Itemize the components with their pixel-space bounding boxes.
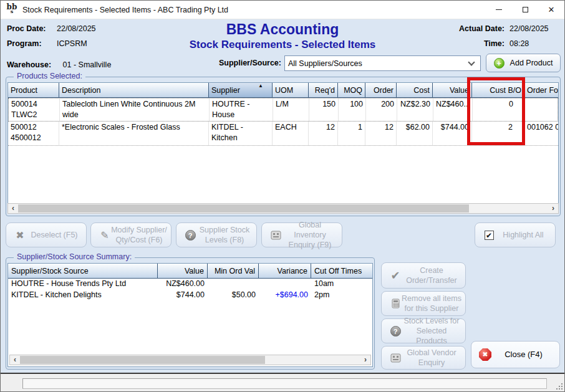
cell-order-for: [525, 98, 559, 121]
cell-supplier-source: KITDEL - Kitchen Delights: [8, 290, 158, 301]
table-row[interactable]: 500012 4500012 *Electronic Scales - Fros…: [8, 122, 558, 146]
chevron-down-icon: [468, 59, 475, 65]
time-label: Time:: [459, 39, 505, 48]
supplier-summary-label: Supplier/Stock Source Summary:: [14, 252, 135, 261]
col-order[interactable]: Order: [365, 83, 397, 98]
cell-cut-off: 10am: [311, 279, 373, 290]
cell-cut-off: 2pm: [311, 290, 373, 301]
supplier-source-label: Supplier/Source:: [213, 59, 281, 67]
col-product[interactable]: Product: [8, 83, 59, 98]
cell-order: 200: [366, 98, 397, 121]
col-value[interactable]: Value: [433, 83, 472, 98]
maximize-icon: [523, 7, 528, 12]
scroll-right-icon[interactable]: ›: [548, 204, 558, 213]
cell-product: 500014 TLWC2: [9, 98, 60, 121]
checkbox-checked-icon: ✔: [485, 231, 494, 240]
products-table[interactable]: Product Description Supplier▲ UOM Req'd …: [7, 82, 559, 204]
close-window-button[interactable]: ✕: [538, 1, 564, 19]
cell-description: Tablecloth Linen White Continuous 2M wid…: [60, 98, 210, 121]
summary-row[interactable]: HOUTRE - House Trends Pty Ltd NZ$460.00 …: [8, 279, 372, 290]
summary-hscrollbar[interactable]: ‹ ›: [9, 355, 371, 365]
warehouse-label: Warehouse:: [7, 60, 51, 69]
scroll-left-icon[interactable]: ‹: [10, 355, 20, 365]
minimize-button[interactable]: [486, 1, 512, 19]
table-row[interactable]: 500014 TLWC2 Tablecloth Linen White Cont…: [8, 98, 558, 122]
cell-value: NZ$460...: [433, 98, 473, 121]
col-min-ord-val[interactable]: Min Ord Val: [208, 264, 259, 279]
close-icon: ✕: [548, 5, 555, 14]
summary-table[interactable]: Supplier/Stock Source Value Min Ord Val …: [7, 263, 373, 367]
app-window: bbs Stock Requirements - Selected Items …: [0, 0, 565, 392]
cell-sum-value: $744.00: [158, 290, 208, 301]
sort-ascending-icon: ▲: [258, 83, 263, 88]
col-cost[interactable]: Cost: [397, 83, 433, 98]
col-variance[interactable]: Variance: [259, 264, 311, 279]
global-vendor-enquiry-button[interactable]: Global Vendor Enquiry: [381, 346, 466, 370]
resize-grip[interactable]: [556, 383, 563, 390]
cell-reqd: 150: [309, 98, 339, 121]
stock-levels-selected-button[interactable]: ? Stock Levels for Selected Products: [381, 318, 466, 343]
question-icon: ?: [390, 326, 401, 337]
cell-supplier-source: HOUTRE - House Trends Pty Ltd: [8, 279, 158, 290]
cell-value: $744.00: [433, 122, 472, 145]
actual-date-value: 22/08/2025: [509, 24, 558, 33]
products-hscrollbar[interactable]: ‹ ›: [7, 203, 559, 214]
cell-min-ord-val: [208, 279, 259, 290]
summary-row[interactable]: KITDEL - Kitchen Delights $744.00 $50.00…: [8, 290, 372, 301]
summary-table-header: Supplier/Stock Source Value Min Ord Val …: [8, 264, 372, 279]
maximize-button[interactable]: [512, 1, 538, 19]
status-field: [22, 378, 547, 389]
supplier-source-select[interactable]: All Suppliers/Sources: [284, 55, 481, 71]
actual-date-label: Actual Date:: [459, 24, 505, 33]
cell-cust-bo: 2: [472, 122, 524, 145]
calculator-icon: [389, 299, 402, 308]
cell-sum-value: NZ$460.00: [158, 279, 208, 290]
close-button[interactable]: ✖ Close (F4): [471, 341, 560, 368]
status-bar: [1, 373, 564, 391]
col-cut-off-times[interactable]: Cut Off Times: [311, 264, 373, 279]
cell-variance: +$694.00: [259, 290, 311, 301]
add-product-button[interactable]: + Add Product: [486, 54, 561, 72]
create-order-transfer-button[interactable]: ✔ Create Order/Transfer: [381, 262, 466, 289]
cell-uom: EACH: [273, 122, 309, 145]
col-reqd[interactable]: Req'd: [309, 83, 338, 98]
cell-supplier: HOUTRE - House Trends Pty Ltd: [210, 98, 273, 121]
remove-all-items-button[interactable]: Remove all items for this Supplier: [381, 291, 466, 316]
warehouse-value: 01 - Smallville: [63, 60, 112, 69]
register-icon: [269, 231, 282, 240]
question-icon: ?: [185, 230, 196, 241]
cell-order-for: 001062 001: [524, 122, 559, 145]
check-icon: ✔: [389, 269, 402, 282]
proc-date-label: Proc Date:: [7, 24, 52, 33]
cell-order: 12: [365, 122, 397, 145]
col-moq[interactable]: MOQ: [338, 83, 365, 98]
col-order-for[interactable]: Order For: [524, 83, 559, 98]
cell-moq: 1: [338, 122, 365, 145]
col-cust-bo[interactable]: Cust B/O: [472, 83, 524, 98]
col-supplier-source[interactable]: Supplier/Stock Source: [8, 264, 158, 279]
scroll-right-icon[interactable]: ›: [360, 355, 370, 365]
products-table-header: Product Description Supplier▲ UOM Req'd …: [8, 83, 558, 98]
col-sum-value[interactable]: Value: [158, 264, 208, 279]
add-product-label: Add Product: [510, 59, 553, 67]
scrollbar-thumb[interactable]: [18, 204, 469, 213]
proc-date-value: 22/08/2025: [57, 24, 96, 33]
cell-cost: $62.00: [397, 122, 433, 145]
col-supplier[interactable]: Supplier▲: [209, 83, 273, 98]
global-inventory-enquiry-button[interactable]: Global Inventory Enquiry (F9): [261, 222, 342, 247]
supplier-stock-levels-button[interactable]: ? Supplier Stock Levels (F8): [176, 222, 257, 247]
deselect-button[interactable]: ✖ Deselect (F5): [6, 222, 87, 247]
modify-supplier-button[interactable]: ✎ Modify Supplier/ Qty/Cost (F6): [90, 222, 171, 247]
program-label: Program:: [7, 39, 52, 48]
cell-variance: [259, 279, 311, 290]
scroll-left-icon[interactable]: ‹: [8, 204, 18, 213]
titlebar: bbs Stock Requirements - Selected Items …: [1, 1, 564, 19]
highlight-all-toggle[interactable]: ✔ Highlight All: [475, 222, 556, 247]
col-uom[interactable]: UOM: [273, 83, 309, 98]
scrollbar-thumb[interactable]: [20, 356, 265, 364]
col-description[interactable]: Description: [59, 83, 209, 98]
window-title: Stock Requirements - Selected Items - AB…: [22, 6, 486, 14]
cell-cust-bo: 0: [473, 98, 525, 121]
deselect-x-icon: ✖: [14, 229, 26, 241]
cell-uom: L/M: [273, 98, 309, 121]
